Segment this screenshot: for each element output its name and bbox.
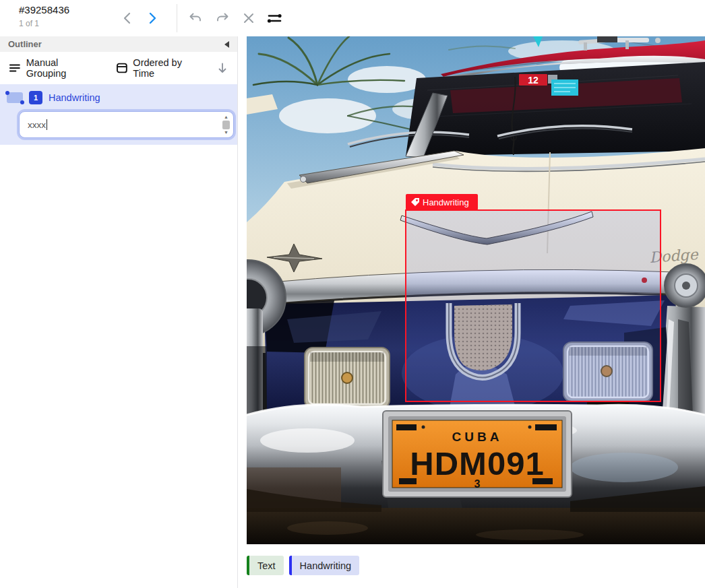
- input-scrollbar[interactable]: ▲ ▼: [221, 114, 231, 135]
- outliner-title: Outliner: [8, 39, 224, 49]
- relations-button[interactable]: [265, 9, 284, 28]
- plate-suffix: 3: [474, 478, 481, 490]
- next-task-button[interactable]: [142, 9, 161, 28]
- prev-task-button[interactable]: [119, 9, 137, 28]
- ordering-mode-label: Ordered by Time: [133, 57, 205, 79]
- relations-icon: [266, 9, 283, 27]
- scroll-thumb[interactable]: [222, 121, 230, 129]
- rectangle-region-icon: [7, 92, 23, 103]
- reset-button[interactable]: [239, 9, 258, 28]
- bbox-fill: [406, 210, 661, 401]
- outliner-toolbar: Manual Grouping Ordered by Time: [0, 52, 237, 84]
- roof-sign-12: 12: [528, 75, 539, 86]
- task-counter: 1 of 1: [19, 19, 39, 28]
- plate-number: HDM091: [410, 445, 544, 482]
- label-button-handwriting[interactable]: Handwriting: [289, 556, 360, 575]
- undo-icon: [187, 10, 204, 26]
- region-index-badge: 1: [29, 91, 42, 104]
- labels-row: Text Handwriting: [247, 556, 705, 575]
- region-row[interactable]: 1 Handwriting: [0, 88, 237, 108]
- grouping-mode-label: Manual Grouping: [26, 57, 100, 79]
- region-item-selected: 1 Handwriting xxxx ▲ ▼: [0, 84, 237, 145]
- scroll-down-icon[interactable]: ▼: [224, 130, 228, 135]
- redo-button[interactable]: [213, 9, 232, 28]
- task-image-canvas[interactable]: 12: [247, 36, 705, 544]
- annotation-main: 12: [247, 36, 705, 588]
- label-text: Handwriting: [292, 556, 360, 575]
- grouping-mode-button[interactable]: Manual Grouping: [8, 57, 100, 79]
- label-button-text[interactable]: Text: [247, 556, 284, 575]
- arrow-down-icon: [216, 61, 229, 75]
- toolbar-divider: [177, 4, 177, 32]
- chevron-right-icon: [144, 11, 159, 26]
- collapse-panel-icon[interactable]: [224, 41, 229, 48]
- close-icon: [241, 11, 256, 26]
- redo-icon: [214, 10, 231, 26]
- bbox-label-tag[interactable]: Handwriting: [406, 194, 478, 210]
- license-plate: CUBA HDM091 3: [383, 411, 572, 497]
- chevron-left-icon: [121, 11, 135, 26]
- bbox-label-text: Handwriting: [423, 197, 469, 207]
- ordering-mode-button[interactable]: Ordered by Time: [115, 57, 206, 79]
- plate-country: CUBA: [452, 430, 503, 444]
- scroll-up-icon[interactable]: ▲: [224, 115, 228, 119]
- sort-direction-button[interactable]: [216, 61, 229, 75]
- bbox-annotation: Handwriting: [406, 194, 661, 401]
- outliner-panel: Outliner Manual Grouping Ordered by Time: [0, 36, 238, 588]
- region-text-input[interactable]: xxxx ▲ ▼: [19, 111, 234, 138]
- label-text: Text: [249, 556, 284, 575]
- text-caret: [47, 119, 47, 130]
- undo-button[interactable]: [186, 9, 205, 28]
- region-label: Handwriting: [49, 92, 100, 103]
- manual-grouping-icon: [8, 61, 22, 75]
- car-photo: 12: [247, 36, 705, 544]
- ordered-by-time-icon: [115, 61, 129, 75]
- task-id: #39258436: [19, 4, 69, 15]
- top-toolbar: #39258436 1 of 1: [0, 0, 705, 36]
- region-text-value: xxxx: [28, 120, 46, 130]
- outliner-header: Outliner: [0, 36, 237, 52]
